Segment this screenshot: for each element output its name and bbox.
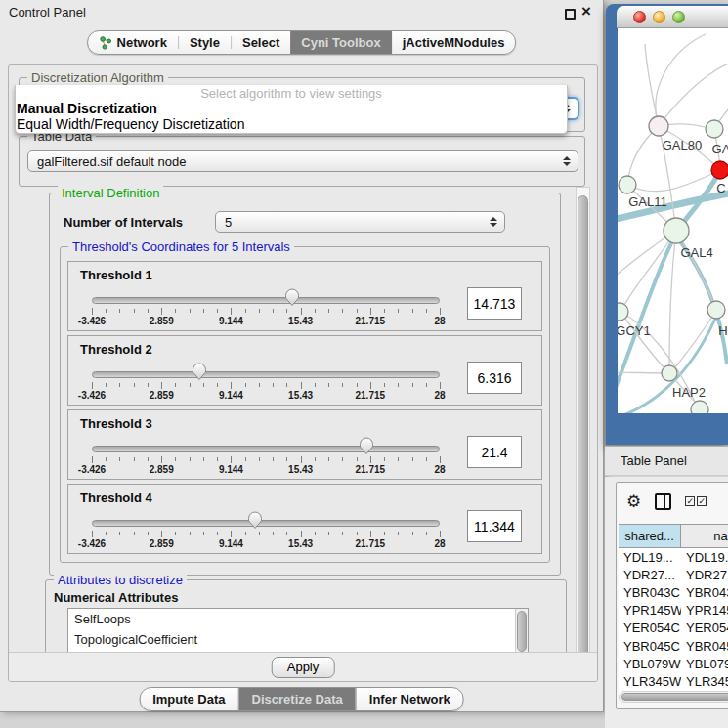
columns-icon[interactable]: [655, 493, 671, 510]
number-of-intervals-value: 5: [225, 215, 232, 230]
tab-style[interactable]: Style: [179, 31, 231, 54]
select-columns-icon[interactable]: ✓ ✓: [685, 496, 707, 506]
network-node[interactable]: [662, 365, 677, 381]
algorithm-option[interactable]: Equal Width/Frequency Discretization: [16, 116, 567, 132]
node-label: GAL4: [680, 245, 712, 260]
tab-label: Select: [242, 35, 279, 50]
table-row[interactable]: YLR345WYLR345W: [619, 672, 728, 690]
tab-impute-data[interactable]: Impute Data: [140, 688, 237, 710]
threshold-slider-thumb[interactable]: [247, 511, 263, 530]
combo-arrows-icon: [563, 156, 571, 166]
tab-cyni-toolbox[interactable]: Cyni Toolbox: [290, 31, 391, 54]
network-edge[interactable]: [671, 311, 716, 372]
table-row[interactable]: YER054CYER054C: [619, 620, 728, 637]
network-node[interactable]: [619, 176, 636, 193]
table-header-row: shared...name: [619, 524, 728, 548]
threshold-panel: Threshold 2 -3.4262.8599.14415.4321.7152…: [67, 335, 542, 406]
table-row[interactable]: YPR145WYPR145W: [619, 602, 728, 620]
tick-label: 15.43: [288, 464, 313, 475]
tick-label: -3.426: [78, 316, 106, 326]
tick-label: 2.859: [150, 464, 174, 475]
table-row[interactable]: YBR043CYBR043C: [619, 583, 728, 601]
table-row[interactable]: YBR045CYBR045C: [619, 637, 728, 655]
attributes-group-title: Attributes to discretize: [54, 573, 187, 587]
table-row[interactable]: YDL19...YDL19...: [619, 548, 728, 566]
threshold-slider-thumb[interactable]: [192, 363, 207, 381]
table-cell: YLR345W: [681, 672, 728, 690]
tab-label: Infer Network: [369, 692, 450, 707]
threshold-slider-track[interactable]: [92, 520, 440, 527]
tab-jactivemnodules[interactable]: jActiveMNodules: [392, 31, 516, 54]
network-edge[interactable]: [618, 372, 668, 373]
threshold-value-field[interactable]: 6.316: [467, 362, 522, 394]
network-window-titlebar[interactable]: [617, 6, 728, 28]
tick-label: 2.859: [150, 538, 174, 549]
threshold-slider-thumb[interactable]: [284, 288, 300, 307]
bottom-tabbar: Impute DataDiscretize DataInfer Network: [139, 687, 464, 711]
algorithm-option[interactable]: Manual Discretization: [16, 101, 567, 116]
tab-discretize-data[interactable]: Discretize Data: [239, 688, 356, 710]
network-edge[interactable]: [669, 231, 676, 372]
network-edge[interactable]: [645, 44, 659, 126]
tick-label: 21.715: [356, 538, 386, 549]
close-icon[interactable]: ×: [581, 2, 591, 21]
table-column-header[interactable]: shared...: [619, 525, 681, 547]
slider-tick-labels: -3.4262.8599.14415.4321.71528: [92, 316, 440, 327]
threshold-slider-track[interactable]: [92, 371, 440, 378]
threshold-value-field[interactable]: 14.713: [467, 287, 522, 320]
tab-select[interactable]: Select: [232, 31, 290, 54]
tab-label: jActiveMNodules: [403, 35, 505, 50]
threshold-value-field[interactable]: 11.344: [467, 510, 522, 542]
threshold-slider-track[interactable]: [92, 446, 440, 452]
tick-label: 28: [434, 316, 445, 326]
number-of-intervals-combobox[interactable]: 5: [215, 211, 505, 233]
table-panel-area: ⚙ ✓ ✓ shared...name YDL19...YDL19...YDR2…: [605, 477, 728, 728]
checkbox-icon: ✓: [685, 496, 695, 506]
network-edge[interactable]: [627, 171, 719, 192]
content-vertical-scrollbar[interactable]: [576, 187, 590, 677]
network-node[interactable]: [649, 116, 668, 136]
node-table: shared...name YDL19...YDL19...YDR27...YD…: [619, 524, 728, 697]
slider-tick-labels: -3.4262.8599.14415.4321.71528: [92, 390, 440, 402]
table-horizontal-scrollbar[interactable]: [619, 691, 728, 703]
tick-label: 21.715: [356, 464, 386, 475]
threshold-panel: Threshold 1 -3.4262.8599.14415.4321.7152…: [67, 261, 542, 331]
thresholds-group-title: Threshold's Coordinates for 5 Intervals: [68, 239, 294, 254]
network-node-selected[interactable]: [711, 161, 728, 179]
apply-button[interactable]: Apply: [272, 657, 335, 678]
network-edge[interactable]: [621, 312, 668, 372]
checkbox-icon: ✓: [697, 496, 707, 506]
network-canvas[interactable]: GAL80GACGAL11GAL4GCY1HHAP2: [618, 28, 728, 413]
mac-minimize-icon[interactable]: [653, 11, 665, 23]
network-node[interactable]: [664, 218, 689, 243]
tick-label: 9.144: [219, 464, 243, 475]
attribute-list-item[interactable]: TopologicalCoefficient: [68, 629, 528, 650]
attribute-list-item[interactable]: SelfLoops: [68, 609, 528, 629]
tab-infer-network[interactable]: Infer Network: [357, 688, 463, 710]
network-node[interactable]: [706, 120, 723, 138]
threshold-slider-thumb[interactable]: [359, 437, 374, 455]
tick-label: 21.715: [356, 390, 386, 401]
network-node[interactable]: [707, 301, 725, 319]
algorithm-hint-option[interactable]: Select algorithm to view settings: [16, 86, 567, 101]
mac-zoom-icon[interactable]: [672, 11, 685, 23]
network-node[interactable]: [691, 401, 708, 413]
mac-close-icon[interactable]: [633, 11, 646, 23]
threshold-value-field[interactable]: 21.4: [467, 436, 522, 468]
network-node[interactable]: [618, 303, 628, 321]
float-window-icon[interactable]: [565, 9, 576, 20]
table-cell: YER054C: [619, 620, 681, 637]
tick-label: 2.859: [150, 390, 174, 401]
slider-ticks: [92, 308, 440, 316]
discretization-algorithm-title: Discretization Algorithm: [27, 70, 168, 85]
table-row[interactable]: YBL079WYBL079W: [619, 655, 728, 672]
threshold-slider-track[interactable]: [92, 297, 440, 304]
table-column-header[interactable]: name: [681, 525, 728, 547]
tab-network[interactable]: Network: [88, 31, 178, 54]
settings-gear-icon[interactable]: ⚙: [626, 493, 641, 510]
network-edge[interactable]: [656, 34, 706, 126]
table-data-combobox[interactable]: galFiltered.sif default node: [27, 150, 578, 172]
network-edge[interactable]: [659, 62, 728, 126]
table-row[interactable]: YDR27...YDR27...: [619, 566, 728, 583]
combo-arrows-icon: [490, 217, 497, 227]
